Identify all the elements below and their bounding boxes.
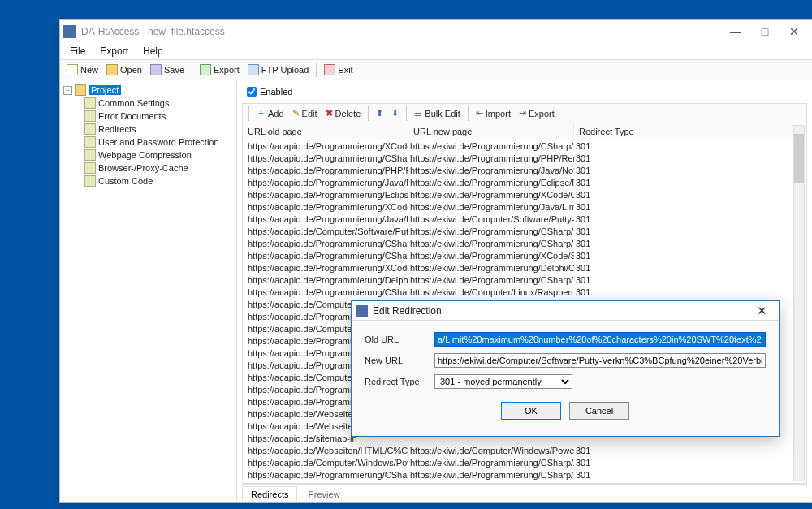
folder-icon — [106, 64, 118, 75]
new-url-input[interactable] — [434, 353, 766, 368]
maximize-button[interactable]: □ — [750, 22, 780, 41]
tree-item[interactable]: Error Documents — [62, 110, 235, 123]
arrow-up-icon: ⬆ — [376, 108, 383, 119]
dialog-title-bar: Edit Redirection ✕ — [352, 301, 779, 321]
redirect-toolbar: ＋Add ✎Edit ✖Delete ⬆ ⬇ ☰Bulk Edit ⇤Impor… — [242, 103, 807, 123]
project-tree: − Project Common SettingsError Documents… — [60, 80, 237, 502]
dialog-buttons: OK Cancel — [352, 394, 779, 428]
app-icon — [63, 25, 76, 38]
dialog-body: Old URL New URL Redirect Type 301 - move… — [352, 321, 779, 394]
bulk-edit-button[interactable]: ☰Bulk Edit — [411, 106, 463, 120]
disk-icon — [150, 64, 162, 75]
old-url-label: Old URL — [365, 334, 428, 344]
table-row[interactable]: https://acapio.de/Programmierung/CSharp/… — [243, 250, 806, 262]
exit-icon — [324, 64, 335, 75]
tool-export[interactable]: Export — [197, 63, 243, 77]
node-icon — [84, 97, 96, 109]
table-row[interactable]: https://acapio.de/Programmierung/Java/Li… — [243, 214, 806, 226]
export-icon: ⇥ — [519, 108, 526, 119]
window-title: DA-HtAccess - new_file.htaccess — [81, 26, 721, 37]
enabled-row: Enabled — [242, 85, 807, 103]
tool-save[interactable]: Save — [147, 63, 188, 77]
edit-redirection-dialog: Edit Redirection ✕ Old URL New URL Redir… — [351, 300, 780, 437]
scrollbar[interactable] — [793, 125, 805, 481]
menu-export[interactable]: Export — [93, 44, 135, 58]
tool-new[interactable]: New — [63, 63, 102, 77]
table-row[interactable]: https://acapio.de/Computer/Windows/Power… — [243, 457, 806, 469]
table-row[interactable]: https://acapio.de/Programmierung/CSharp/… — [243, 238, 806, 250]
enabled-label: Enabled — [260, 87, 292, 97]
import-icon: ⇤ — [476, 108, 483, 119]
table-row[interactable]: https://acapio.de/Programmierung/XCode/W… — [243, 140, 806, 153]
table-row[interactable]: https://acapio.de/Webseiten/HTML/C%C3%A4… — [243, 445, 806, 457]
table-row[interactable]: https://acapio.de/Programmierung/CSharp/… — [243, 481, 806, 484]
tree-item[interactable]: Browser-/Proxy-Cache — [62, 162, 235, 175]
tree-item[interactable]: User and Password Protection — [62, 136, 235, 149]
collapse-icon[interactable]: − — [63, 86, 72, 95]
dialog-title: Edit Redirection — [373, 305, 749, 317]
tree-item[interactable]: Custom Code — [62, 175, 235, 188]
delete-button[interactable]: ✖Delete — [322, 106, 365, 120]
tool-open[interactable]: Open — [103, 63, 145, 77]
table-row[interactable]: https://acapio.de/Programmierung/XCode/S… — [243, 262, 806, 274]
table-row[interactable]: https://acapio.de/Programmierung/CSharp/… — [243, 287, 806, 299]
new-url-label: New URL — [365, 356, 428, 365]
menu-file[interactable]: File — [63, 44, 92, 58]
plus-icon: ＋ — [257, 107, 266, 119]
scroll-thumb[interactable] — [794, 134, 804, 183]
project-icon — [75, 84, 86, 96]
export-icon — [200, 64, 211, 75]
enabled-checkbox[interactable] — [247, 87, 257, 97]
tool-exit[interactable]: Exit — [321, 63, 356, 77]
table-row[interactable]: https://acapio.de/Programmierung/CSharp/… — [243, 469, 806, 481]
col-new[interactable]: URL new page — [408, 123, 574, 140]
tree-item[interactable]: Common Settings — [62, 97, 235, 110]
table-header: URL old page URL new page Redirect Type — [243, 123, 806, 140]
main-panel: Enabled ＋Add ✎Edit ✖Delete ⬆ ⬇ ☰Bulk Edi… — [237, 80, 812, 502]
cancel-button[interactable]: Cancel — [569, 402, 629, 420]
tab-redirects[interactable]: Redirects — [242, 486, 297, 502]
node-icon — [84, 149, 96, 161]
menu-help[interactable]: Help — [136, 44, 170, 58]
export-button[interactable]: ⇥Export — [516, 106, 558, 120]
table-row[interactable]: https://acapio.de/Programmierung/CSharp/… — [243, 153, 806, 165]
minimize-button[interactable]: — — [721, 22, 750, 41]
redirect-type-label: Redirect Type — [365, 377, 428, 386]
pencil-icon: ✎ — [292, 108, 300, 119]
body: − Project Common SettingsError Documents… — [60, 80, 812, 502]
node-icon — [84, 175, 96, 187]
ok-button[interactable]: OK — [501, 402, 561, 420]
close-button[interactable]: ✕ — [780, 22, 809, 41]
table-row[interactable]: https://acapio.de/Programmierung/Delphi/… — [243, 274, 806, 287]
table-row[interactable]: https://acapio.de/Programmierung/Java/No… — [243, 177, 806, 189]
tree-root[interactable]: − Project — [62, 84, 235, 97]
tool-ftp[interactable]: FTP Upload — [244, 63, 313, 77]
tab-preview[interactable]: Preview — [299, 486, 348, 502]
add-button[interactable]: ＋Add — [253, 106, 287, 121]
col-old[interactable]: URL old page — [243, 123, 408, 140]
dialog-close-button[interactable]: ✕ — [749, 304, 774, 318]
globe-icon — [248, 64, 259, 75]
table-row[interactable]: https://acapio.de/Programmierung/XCode/C… — [243, 201, 806, 214]
title-bar: DA-HtAccess - new_file.htaccess — □ ✕ — [60, 20, 812, 43]
table-row[interactable]: https://acapio.de/Programmierung/Eclipse… — [243, 189, 806, 201]
move-down-button[interactable]: ⬇ — [388, 106, 402, 120]
tree-item[interactable]: Redirects — [62, 123, 235, 136]
redirect-type-select[interactable]: 301 - moved permanently — [434, 374, 572, 389]
col-type[interactable]: Redirect Type — [574, 123, 806, 140]
file-icon — [67, 64, 78, 75]
node-icon — [84, 110, 96, 122]
menu-bar: File Export Help — [60, 43, 812, 59]
move-up-button[interactable]: ⬆ — [373, 106, 387, 120]
table-row[interactable]: https://acapio.de/Computer/Software/Putt… — [243, 226, 806, 238]
arrow-down-icon: ⬇ — [391, 108, 399, 119]
import-button[interactable]: ⇤Import — [473, 106, 514, 120]
table-row[interactable]: https://acapio.de/Programmierung/PHP/Rem… — [243, 165, 806, 177]
old-url-input[interactable] — [434, 332, 766, 347]
edit-button[interactable]: ✎Edit — [289, 106, 321, 120]
separator — [316, 63, 317, 77]
delete-icon: ✖ — [326, 108, 333, 119]
main-toolbar: New Open Save Export FTP Upload Exit — [60, 59, 812, 80]
tab-bar: Redirects Preview — [242, 484, 807, 502]
tree-item[interactable]: Webpage Compression — [62, 149, 235, 162]
